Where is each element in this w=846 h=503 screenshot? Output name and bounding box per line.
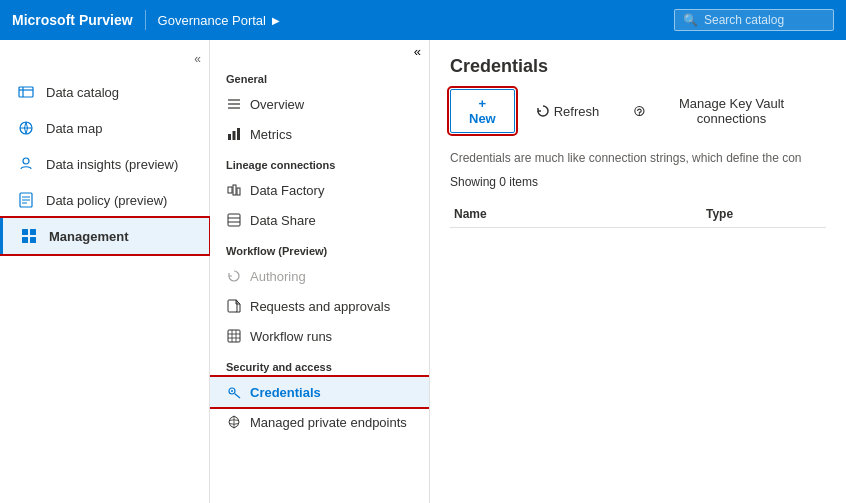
middle-item-metrics[interactable]: Metrics	[210, 119, 429, 149]
data-factory-icon	[226, 182, 242, 198]
middle-item-label-authoring: Authoring	[250, 269, 306, 284]
search-icon: 🔍	[683, 13, 698, 27]
sidebar-item-management[interactable]: Management	[0, 218, 209, 254]
middle-item-label-workflow-runs: Workflow runs	[250, 329, 332, 344]
data-catalog-icon	[16, 82, 36, 102]
section-workflow: Workflow (Preview)	[210, 235, 429, 261]
top-bar: Microsoft Purview Governance Portal ▶ 🔍	[0, 0, 846, 40]
overview-icon	[226, 96, 242, 112]
new-button[interactable]: + New	[450, 89, 515, 133]
sidebar-item-label-management: Management	[49, 229, 128, 244]
sidebar-item-label-data-policy: Data policy (preview)	[46, 193, 167, 208]
svg-rect-20	[228, 187, 232, 193]
managed-private-icon	[226, 414, 242, 430]
middle-item-overview[interactable]: Overview	[210, 89, 429, 119]
middle-panel-collapse[interactable]: «	[210, 40, 429, 63]
svg-rect-19	[237, 128, 240, 140]
metrics-icon	[226, 126, 242, 142]
table-header: Name Type	[450, 201, 826, 228]
manage-keyvault-button[interactable]: Manage Key Vault connections	[620, 89, 826, 133]
refresh-button[interactable]: Refresh	[523, 97, 613, 126]
svg-rect-18	[233, 131, 236, 140]
middle-item-credentials[interactable]: Credentials	[210, 377, 429, 407]
data-map-icon	[16, 118, 36, 138]
search-bar[interactable]: 🔍	[674, 9, 834, 31]
sidebar-item-label-data-map: Data map	[46, 121, 102, 136]
search-input[interactable]	[704, 13, 825, 27]
svg-rect-21	[233, 185, 236, 195]
portal-label: Governance Portal	[158, 13, 266, 28]
content-description: Credentials are much like connection str…	[450, 149, 826, 167]
svg-rect-12	[22, 237, 28, 243]
svg-rect-23	[228, 214, 240, 226]
sidebar-item-label-data-insights: Data insights (preview)	[46, 157, 178, 172]
data-insights-icon	[16, 154, 36, 174]
column-name: Name	[450, 207, 706, 221]
showing-items: Showing 0 items	[450, 175, 826, 189]
sidebar-item-label-data-catalog: Data catalog	[46, 85, 119, 100]
svg-rect-13	[30, 237, 36, 243]
section-security: Security and access	[210, 351, 429, 377]
management-icon	[19, 226, 39, 246]
middle-item-label-data-share: Data Share	[250, 213, 316, 228]
middle-item-label-credentials: Credentials	[250, 385, 321, 400]
middle-item-requests[interactable]: Requests and approvals	[210, 291, 429, 321]
middle-item-label-metrics: Metrics	[250, 127, 292, 142]
sidebar-item-data-insights[interactable]: Data insights (preview)	[0, 146, 209, 182]
sidebar-item-data-catalog[interactable]: Data catalog	[0, 74, 209, 110]
collapse-icon: «	[194, 52, 201, 66]
left-nav: « Data catalog Data map Data insights (p…	[0, 40, 210, 503]
middle-item-workflow-runs[interactable]: Workflow runs	[210, 321, 429, 351]
middle-collapse-icon: «	[414, 44, 421, 59]
sidebar-item-data-map[interactable]: Data map	[0, 110, 209, 146]
middle-item-label-managed-private: Managed private endpoints	[250, 415, 407, 430]
header-divider	[145, 10, 146, 30]
svg-rect-17	[228, 134, 231, 140]
column-type: Type	[706, 207, 826, 221]
brand-name: Microsoft Purview	[12, 12, 133, 28]
left-nav-collapse[interactable]: «	[0, 48, 209, 74]
content-area: Credentials + New Refresh Manage Key Vau…	[430, 40, 846, 503]
svg-rect-0	[19, 87, 33, 97]
svg-rect-11	[30, 229, 36, 235]
middle-item-managed-private[interactable]: Managed private endpoints	[210, 407, 429, 437]
main-layout: « Data catalog Data map Data insights (p…	[0, 40, 846, 503]
section-lineage: Lineage connections	[210, 149, 429, 175]
credentials-icon	[226, 384, 242, 400]
svg-rect-22	[237, 188, 240, 195]
middle-item-data-factory[interactable]: Data Factory	[210, 175, 429, 205]
sidebar-item-data-policy[interactable]: Data policy (preview)	[0, 182, 209, 218]
svg-rect-27	[228, 330, 240, 342]
middle-item-authoring: Authoring	[210, 261, 429, 291]
svg-point-37	[639, 114, 640, 115]
portal-name[interactable]: Governance Portal ▶	[158, 13, 280, 28]
svg-rect-10	[22, 229, 28, 235]
chevron-right-icon: ▶	[272, 15, 280, 26]
middle-panel: « General Overview Metrics Lineage conne…	[210, 40, 430, 503]
keyvault-label: Manage Key Vault connections	[650, 96, 813, 126]
page-title: Credentials	[450, 56, 826, 77]
refresh-icon	[536, 104, 550, 118]
data-share-icon	[226, 212, 242, 228]
refresh-label: Refresh	[554, 104, 600, 119]
middle-item-label-data-factory: Data Factory	[250, 183, 324, 198]
svg-point-34	[231, 390, 233, 392]
middle-item-data-share[interactable]: Data Share	[210, 205, 429, 235]
svg-point-5	[23, 158, 29, 164]
svg-line-33	[235, 394, 241, 399]
toolbar: + New Refresh Manage Key Vault connectio…	[450, 89, 826, 133]
authoring-icon	[226, 268, 242, 284]
section-general: General	[210, 63, 429, 89]
requests-icon	[226, 298, 242, 314]
middle-item-label-overview: Overview	[250, 97, 304, 112]
middle-item-label-requests: Requests and approvals	[250, 299, 390, 314]
workflow-runs-icon	[226, 328, 242, 344]
keyvault-icon	[633, 104, 646, 118]
data-policy-icon	[16, 190, 36, 210]
